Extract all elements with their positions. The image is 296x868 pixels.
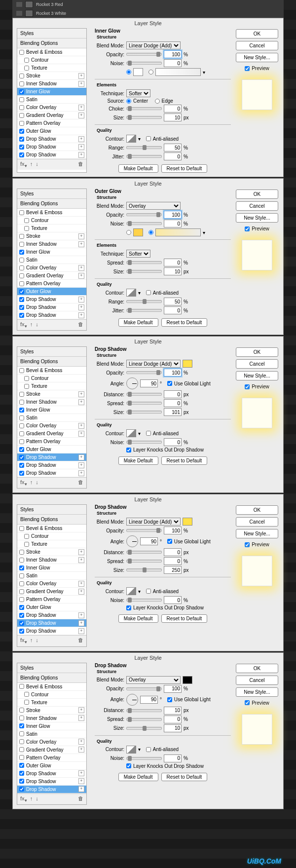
angle-input[interactable]: [140, 379, 158, 387]
fx-label[interactable]: fx▾ ↑ ↓: [20, 479, 38, 487]
slider[interactable]: [126, 261, 162, 264]
style-item-goverlay[interactable]: Gradient Overlay+: [17, 746, 86, 754]
style-check-poverlay[interactable]: [19, 281, 24, 286]
style-item-stroke[interactable]: Stroke+: [17, 707, 86, 715]
value-input[interactable]: [164, 596, 182, 604]
ok-button[interactable]: OK: [236, 189, 278, 199]
color-radio[interactable]: [126, 230, 131, 235]
style-check-oglow[interactable]: [19, 447, 24, 452]
angle-input[interactable]: [140, 537, 158, 545]
style-item-textureSub[interactable]: Texture: [17, 64, 86, 72]
style-check-oglow[interactable]: [19, 289, 24, 294]
style-item-ishadow[interactable]: Inner Shadow+: [17, 398, 86, 406]
style-check-poverlay[interactable]: [19, 439, 24, 444]
value-input[interactable]: [164, 59, 182, 67]
chevron-down-icon[interactable]: ▾: [138, 431, 141, 436]
style-check-goverlay[interactable]: [19, 589, 24, 594]
style-item-coverlay[interactable]: Color Overlay+: [17, 264, 86, 272]
knockout-check[interactable]: [126, 763, 131, 768]
style-item-dshadow2[interactable]: Drop Shadow+: [17, 143, 86, 151]
style-item-coverlay[interactable]: Color Overlay+: [17, 738, 86, 746]
add-icon[interactable]: +: [78, 241, 84, 247]
blendmode-select[interactable]: Linear Dodge (Add): [126, 360, 181, 368]
style-check-contourSub[interactable]: [24, 692, 29, 697]
style-item-dshadow1[interactable]: Drop Shadow+: [17, 611, 86, 619]
slider[interactable]: [126, 441, 162, 444]
style-item-coverlay[interactable]: Color Overlay+: [17, 422, 86, 430]
style-check-dshadow2[interactable]: [19, 779, 24, 784]
fx-label[interactable]: fx▾ ↑ ↓: [20, 161, 38, 168]
style-item-contourSub[interactable]: Contour: [17, 375, 86, 382]
make-default-button[interactable]: Make Default: [118, 773, 158, 781]
antialias-check[interactable]: [146, 290, 151, 295]
angle-dial[interactable]: [126, 694, 138, 706]
add-icon[interactable]: +: [78, 233, 84, 239]
style-check-coverlay[interactable]: [19, 581, 24, 586]
slider[interactable]: [126, 107, 162, 110]
angle-dial[interactable]: [126, 377, 138, 389]
style-check-contourSub[interactable]: [24, 376, 29, 381]
value-input[interactable]: [164, 724, 182, 732]
slider[interactable]: [126, 709, 162, 712]
add-icon[interactable]: +: [78, 747, 84, 753]
blendmode-select[interactable]: Linear Dodge (Add): [126, 518, 181, 526]
style-check-bevel[interactable]: [19, 526, 24, 531]
style-item-poverlay[interactable]: Pattern Overlay: [17, 119, 86, 127]
make-default-button[interactable]: Make Default: [118, 318, 158, 327]
style-check-satin[interactable]: [19, 97, 24, 102]
style-check-dshadow3[interactable]: [19, 787, 24, 792]
style-check-ishadow[interactable]: [19, 558, 24, 563]
style-check-goverlay[interactable]: [19, 747, 24, 752]
slider[interactable]: [126, 309, 162, 312]
opacity-slider[interactable]: [126, 529, 162, 532]
style-check-dshadow1[interactable]: [19, 771, 24, 776]
style-item-dshadow3[interactable]: Drop Shadow+: [17, 311, 86, 319]
style-item-poverlay[interactable]: Pattern Overlay: [17, 596, 86, 604]
contour-picker[interactable]: [126, 746, 136, 754]
add-icon[interactable]: +: [78, 707, 84, 713]
antialias-check[interactable]: [146, 431, 151, 436]
style-check-poverlay[interactable]: [19, 121, 24, 126]
add-icon[interactable]: +: [78, 423, 84, 429]
style-item-bevel[interactable]: Bevel & Emboss: [17, 525, 86, 532]
contour-picker[interactable]: [126, 289, 136, 297]
style-item-dshadow1[interactable]: Drop Shadow+: [17, 770, 86, 778]
value-input[interactable]: [164, 438, 182, 446]
value-input[interactable]: [164, 220, 182, 227]
opacity-input[interactable]: [164, 50, 182, 58]
style-check-textureSub[interactable]: [24, 384, 29, 389]
style-item-textureSub[interactable]: Texture: [17, 540, 86, 548]
style-check-goverlay[interactable]: [19, 273, 24, 278]
make-default-button[interactable]: Make Default: [118, 164, 158, 173]
trash-icon[interactable]: 🗑: [78, 637, 83, 644]
blendmode-select[interactable]: Overlay: [126, 676, 181, 684]
style-item-satin[interactable]: Satin: [17, 572, 86, 580]
style-check-iglow[interactable]: [19, 566, 24, 570]
visibility-icon[interactable]: [16, 2, 22, 7]
slider[interactable]: [126, 568, 162, 571]
trash-icon[interactable]: 🗑: [78, 795, 83, 803]
style-item-goverlay[interactable]: Gradient Overlay+: [17, 272, 86, 280]
style-check-iglow[interactable]: [19, 723, 24, 728]
value-input[interactable]: [164, 144, 182, 151]
style-item-contourSub[interactable]: Contour: [17, 56, 86, 64]
style-check-contourSub[interactable]: [24, 58, 29, 63]
opacity-slider[interactable]: [126, 687, 162, 690]
chevron-down-icon[interactable]: ▾: [138, 290, 141, 296]
value-input[interactable]: [164, 259, 182, 266]
style-item-dshadow3[interactable]: Drop Shadow+: [17, 627, 86, 635]
style-check-satin[interactable]: [19, 731, 24, 736]
slider[interactable]: [126, 62, 162, 65]
blendmode-select[interactable]: Overlay: [126, 202, 181, 210]
value-input[interactable]: [164, 566, 182, 574]
reset-default-button[interactable]: Reset to Default: [161, 773, 208, 781]
style-check-stroke[interactable]: [19, 392, 24, 397]
opacity-input[interactable]: [164, 685, 182, 693]
style-item-iglow[interactable]: Inner Glow: [17, 248, 86, 256]
style-item-poverlay[interactable]: Pattern Overlay: [17, 280, 86, 288]
add-icon[interactable]: +: [78, 265, 84, 271]
preview-check[interactable]: [245, 700, 250, 705]
style-check-dshadow3[interactable]: [19, 313, 24, 318]
style-item-coverlay[interactable]: Color Overlay+: [17, 104, 86, 112]
style-item-textureSub[interactable]: Texture: [17, 382, 86, 390]
